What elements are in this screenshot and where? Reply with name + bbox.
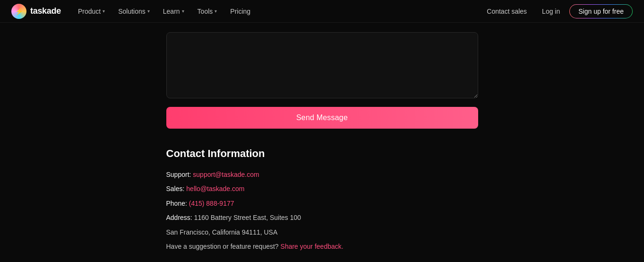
- chevron-down-icon: ▾: [215, 9, 217, 14]
- feedback-text: Have a suggestion or feature request?: [166, 243, 279, 250]
- contact-info-heading: Contact Information: [166, 148, 478, 160]
- sales-email-link[interactable]: hello@taskade.com: [186, 185, 244, 192]
- address-line2: San Francisco, California 94111, USA: [166, 227, 478, 237]
- logo-icon: ⚡: [11, 4, 26, 19]
- chevron-down-icon: ▾: [147, 9, 150, 14]
- support-line: Support: support@taskade.com: [166, 169, 478, 180]
- logo[interactable]: ⚡ taskade: [11, 4, 61, 19]
- address-label: Address:: [166, 214, 192, 221]
- feedback-link[interactable]: Share your feedback.: [281, 243, 343, 250]
- signup-button[interactable]: Sign up for free: [569, 4, 633, 18]
- phone-line: Phone: (415) 888-9177: [166, 198, 478, 209]
- contact-information-section: Contact Information Support: support@tas…: [166, 148, 478, 255]
- nav-item-solutions[interactable]: Solutions ▾: [112, 5, 155, 18]
- address-text-line2: San Francisco, California 94111, USA: [166, 228, 278, 236]
- send-message-button[interactable]: Send Message: [166, 107, 478, 129]
- address-line: Address: 1160 Battery Street East, Suite…: [166, 212, 478, 223]
- contact-form: Send Message: [166, 32, 478, 129]
- nav-right: Contact sales Log in Sign up for free: [481, 4, 633, 18]
- main-content: Send Message Contact Information Support…: [0, 23, 644, 262]
- feedback-line: Have a suggestion or feature request? Sh…: [166, 241, 478, 252]
- support-email-link[interactable]: support@taskade.com: [193, 171, 259, 178]
- phone-number-link[interactable]: (415) 888-9177: [189, 200, 234, 207]
- sales-line: Sales: hello@taskade.com: [166, 183, 478, 194]
- support-label: Support:: [166, 171, 191, 178]
- sales-label: Sales:: [166, 185, 185, 192]
- login-link[interactable]: Log in: [536, 5, 566, 18]
- phone-label: Phone:: [166, 200, 187, 207]
- nav-left: ⚡ taskade Product ▾ Solutions ▾ Learn ▾ …: [11, 4, 256, 19]
- nav-item-tools[interactable]: Tools ▾: [192, 5, 223, 18]
- nav-item-learn[interactable]: Learn ▾: [157, 5, 190, 18]
- nav-item-product[interactable]: Product ▾: [72, 5, 111, 18]
- contact-sales-link[interactable]: Contact sales: [481, 5, 532, 18]
- navbar: ⚡ taskade Product ▾ Solutions ▾ Learn ▾ …: [0, 0, 644, 23]
- chevron-down-icon: ▾: [182, 9, 184, 14]
- nav-item-pricing[interactable]: Pricing: [224, 5, 256, 18]
- logo-text: taskade: [30, 6, 61, 16]
- chevron-down-icon: ▾: [103, 9, 105, 14]
- address-text-line1: 1160 Battery Street East, Suites 100: [194, 214, 301, 221]
- message-textarea[interactable]: [166, 32, 478, 98]
